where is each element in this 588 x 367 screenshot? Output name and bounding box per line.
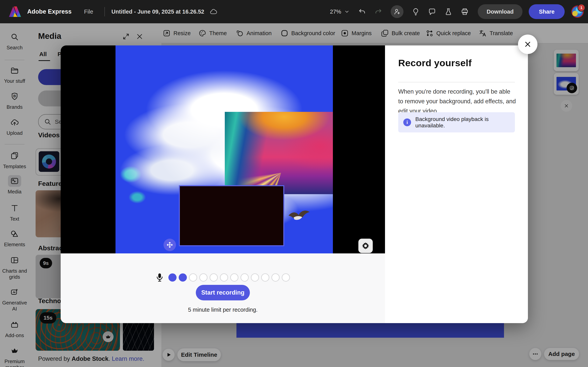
progress-dot-7 — [230, 273, 238, 282]
progress-dot-4 — [199, 273, 208, 282]
top-bar: Adobe Express File Untitled - June 09, 2… — [0, 0, 588, 23]
file-menu[interactable]: File — [84, 8, 93, 15]
gear-icon — [361, 242, 370, 250]
modal-description: When you're done recording, you'll be ab… — [398, 87, 517, 116]
camera-preview-area — [61, 45, 385, 253]
chevron-down-icon — [344, 9, 350, 15]
app-name: Adobe Express — [27, 8, 71, 15]
print-button[interactable] — [461, 8, 469, 16]
bird-image — [286, 205, 311, 223]
info-banner-text: Background video playback is unavailable… — [415, 116, 515, 129]
undo-button[interactable] — [358, 8, 366, 16]
notification-badge: 1 — [578, 4, 585, 12]
document-title[interactable]: Untitled - June 09, 2025 at 16.26.52 — [112, 8, 204, 15]
record-yourself-modal: Start recording 5 minute limit per recor… — [61, 45, 528, 323]
adobe-express-app: ResizeThemeAnimationBackground colorMarg… — [0, 0, 588, 367]
video-preview-sky-background — [115, 45, 333, 253]
add-person-icon — [393, 8, 401, 15]
move-icon — [166, 241, 173, 248]
modal-title: Record yourself — [398, 58, 472, 68]
share-button[interactable]: Share — [529, 4, 565, 19]
zoom-level: 27% — [330, 8, 341, 15]
recording-limit-note: 5 minute limit per recording. — [61, 307, 385, 313]
progress-dot-6 — [220, 273, 228, 282]
beta-labs-button[interactable] — [444, 8, 452, 16]
progress-dot-1 — [168, 273, 177, 282]
progress-dots-row — [61, 273, 385, 282]
progress-dot-9 — [251, 273, 259, 282]
info-icon: i — [403, 118, 411, 126]
microphone-icon — [156, 273, 164, 282]
download-button[interactable]: Download — [478, 4, 523, 19]
adobe-express-logo[interactable] — [9, 6, 21, 17]
add-collaborator-button[interactable] — [391, 5, 404, 18]
avatar[interactable]: 1 — [571, 5, 584, 18]
start-recording-button[interactable]: Start recording — [196, 285, 250, 300]
progress-dot-10 — [261, 273, 269, 282]
progress-dot-3 — [189, 273, 197, 282]
info-banner: i Background video playback is unavailab… — [398, 112, 515, 133]
progress-dot-11 — [271, 273, 280, 282]
modal-divider — [398, 82, 515, 82]
abstract-art-layer[interactable] — [225, 112, 333, 194]
recording-controls: Start recording 5 minute limit per recor… — [61, 253, 385, 323]
close-icon — [524, 40, 532, 48]
topbar-divider — [104, 7, 105, 16]
cloud-sync-icon — [209, 8, 218, 16]
comments-button[interactable] — [428, 8, 436, 16]
move-handle[interactable] — [164, 239, 176, 251]
zoom-control[interactable]: 27% — [330, 8, 350, 15]
selected-video-layer[interactable] — [179, 185, 284, 246]
camera-settings-button[interactable] — [358, 239, 373, 253]
progress-dot-2 — [179, 273, 187, 282]
modal-close-button[interactable] — [518, 34, 537, 54]
modal-info-panel: Record yourself When you're done recordi… — [385, 45, 528, 323]
progress-dot-5 — [210, 273, 218, 282]
ideas-button[interactable] — [412, 8, 420, 16]
progress-dot-8 — [241, 273, 249, 282]
redo-button[interactable] — [374, 8, 382, 16]
progress-dot-12 — [282, 273, 290, 282]
